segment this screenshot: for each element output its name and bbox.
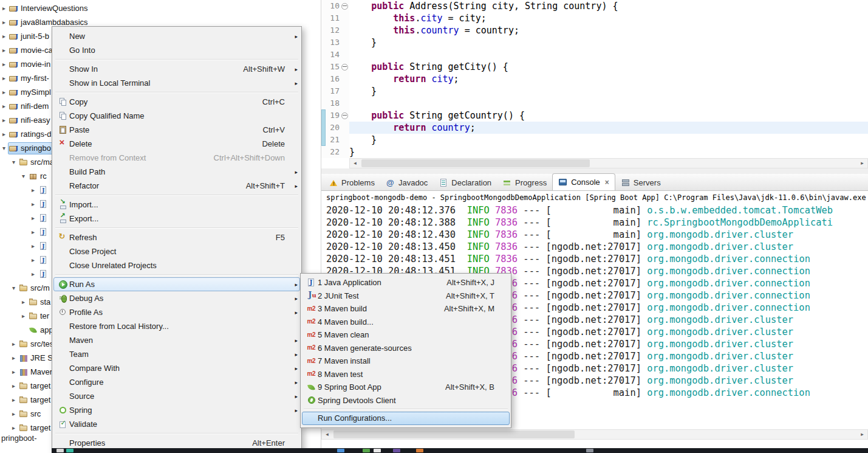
tree-collapsed-arrow-icon[interactable]: ▸: [19, 299, 27, 305]
tree-expanded-arrow-icon[interactable]: ▾: [10, 285, 18, 291]
menu-item-source[interactable]: Source▸: [53, 389, 300, 403]
menu-item-1-java-application[interactable]: 1 Java ApplicationAlt+Shift+X, J: [302, 276, 510, 289]
tree-collapsed-arrow-icon[interactable]: ▸: [29, 257, 37, 263]
menu-item-build-path[interactable]: Build Path▸: [53, 165, 300, 179]
tree-collapsed-arrow-icon[interactable]: ▸: [10, 410, 18, 417]
tree-collapsed-arrow-icon[interactable]: ▸: [29, 187, 37, 193]
code-line-17[interactable]: 17 }: [321, 85, 868, 97]
menu-item-maven[interactable]: Maven▸: [53, 333, 300, 347]
menu-item-copy[interactable]: CopyCtrl+C: [53, 95, 300, 109]
tree-collapsed-arrow-icon[interactable]: ▸: [0, 5, 8, 12]
menu-item-debug-as[interactable]: Debug As▸: [53, 291, 300, 305]
scroll-left-arrow-icon[interactable]: ◂: [350, 159, 360, 168]
menu-item-9-spring-boot-app[interactable]: 9 Spring Boot AppAlt+Shift+X, B: [302, 381, 510, 394]
console-horizontal-scrollbar[interactable]: ◂ ▸: [321, 429, 868, 440]
menu-item-delete[interactable]: DeleteDelete: [53, 137, 300, 151]
taskbar-icon[interactable]: [56, 449, 64, 452]
menu-item-refresh[interactable]: RefreshF5: [53, 230, 300, 244]
tree-collapsed-arrow-icon[interactable]: ▸: [10, 424, 18, 431]
scroll-left-arrow-icon[interactable]: ◂: [322, 430, 332, 439]
menu-item-6-maven-generate-sources[interactable]: 6 Maven generate-sources: [302, 342, 510, 355]
menu-item-run-configurations[interactable]: Run Configurations...: [302, 412, 510, 425]
code-line-20[interactable]: 20 return country;: [321, 122, 868, 134]
tab-servers[interactable]: Servers: [615, 175, 666, 190]
fold-minus-icon[interactable]: [341, 64, 348, 71]
code-line-19[interactable]: 19 public String getCountry() {: [321, 109, 868, 122]
menu-item-restore-from-local-history[interactable]: Restore from Local History...: [53, 319, 300, 333]
taskbar-icon[interactable]: [374, 449, 381, 452]
taskbar-icon[interactable]: [393, 449, 400, 452]
menu-item-import[interactable]: Import...: [53, 198, 300, 212]
taskbar-icon[interactable]: [337, 449, 344, 452]
code-editor[interactable]: 10 public Address(String city, String co…: [321, 0, 868, 158]
taskbar-icon[interactable]: [66, 449, 73, 452]
scroll-right-arrow-icon[interactable]: ▸: [857, 159, 867, 168]
menu-item-new[interactable]: New▸: [53, 29, 300, 43]
console-scrollbar-track[interactable]: [332, 430, 857, 439]
taskbar-icon[interactable]: [416, 449, 423, 452]
code-line-21[interactable]: 21 }: [321, 134, 868, 146]
menu-item-show-in-local-terminal[interactable]: Show in Local Terminal▸: [53, 76, 300, 90]
tree-collapsed-arrow-icon[interactable]: ▸: [10, 354, 18, 361]
menu-item-profile-as[interactable]: Profile As▸: [53, 305, 300, 319]
tree-expanded-arrow-icon[interactable]: ▾: [19, 173, 27, 179]
tree-collapsed-arrow-icon[interactable]: ▸: [0, 47, 8, 54]
menu-item-refactor[interactable]: RefactorAlt+Shift+T▸: [53, 179, 300, 193]
tab-declaration[interactable]: Declaration: [433, 175, 497, 190]
menu-item-export[interactable]: Export...: [53, 212, 300, 226]
tree-collapsed-arrow-icon[interactable]: ▸: [19, 313, 27, 319]
menu-item-spring-devtools-client[interactable]: Spring Devtools Client: [302, 394, 510, 407]
menu-item-paste[interactable]: PasteCtrl+V: [53, 123, 300, 137]
tree-collapsed-arrow-icon[interactable]: ▸: [29, 271, 37, 277]
tree-item-interviewquestions[interactable]: ▸InterviewQuestions: [0, 1, 321, 15]
windows-taskbar[interactable]: [52, 448, 868, 453]
fold-minus-icon[interactable]: [341, 3, 348, 10]
tree-collapsed-arrow-icon[interactable]: ▸: [0, 89, 8, 95]
menu-item-8-maven-test[interactable]: 8 Maven test: [302, 368, 510, 381]
taskbar-icon[interactable]: [586, 449, 593, 452]
tree-collapsed-arrow-icon[interactable]: ▸: [0, 103, 8, 109]
tree-collapsed-arrow-icon[interactable]: ▸: [29, 243, 37, 249]
editor-horizontal-scrollbar[interactable]: ◂ ▸: [349, 158, 868, 168]
menu-item-compare-with[interactable]: Compare With▸: [53, 361, 300, 375]
editor-scrollbar-thumb[interactable]: [361, 159, 590, 167]
tab-javadoc[interactable]: Javadoc: [380, 175, 433, 190]
code-line-16[interactable]: 16 return city;: [321, 73, 868, 85]
menu-item-3-maven-build[interactable]: 3 Maven buildAlt+Shift+X, M: [302, 302, 510, 316]
tab-progress[interactable]: Progress: [497, 175, 552, 190]
menu-item-5-maven-clean[interactable]: 5 Maven clean: [302, 328, 510, 342]
tree-collapsed-arrow-icon[interactable]: ▸: [10, 382, 18, 389]
code-line-10[interactable]: 10 public Address(String city, String co…: [321, 0, 868, 12]
menu-item-close-project[interactable]: Close Project: [53, 244, 300, 258]
menu-item-close-unrelated-projects[interactable]: Close Unrelated Projects: [53, 258, 300, 272]
menu-item-show-in[interactable]: Show InAlt+Shift+W▸: [53, 62, 300, 76]
menu-item-7-maven-install[interactable]: 7 Maven install: [302, 354, 510, 368]
menu-item-run-as[interactable]: Run As▸: [53, 277, 300, 291]
tree-expanded-arrow-icon[interactable]: ▾: [0, 145, 8, 151]
menu-item-validate[interactable]: Validate: [53, 417, 300, 431]
tree-collapsed-arrow-icon[interactable]: ▸: [10, 396, 18, 403]
menu-item-2-junit-test[interactable]: 2 JUnit TestAlt+Shift+X, T: [302, 289, 510, 303]
code-line-15[interactable]: 15 public String getCity() {: [321, 61, 868, 73]
tree-collapsed-arrow-icon[interactable]: ▸: [29, 215, 37, 221]
menu-item-spring[interactable]: Spring▸: [53, 403, 300, 417]
code-line-11[interactable]: 11 this.city = city;: [321, 12, 868, 24]
tab-problems[interactable]: Problems: [323, 175, 380, 190]
tree-collapsed-arrow-icon[interactable]: ▸: [0, 131, 8, 137]
tree-collapsed-arrow-icon[interactable]: ▸: [10, 341, 18, 347]
tree-collapsed-arrow-icon[interactable]: ▸: [0, 75, 8, 81]
code-line-14[interactable]: 14: [321, 49, 868, 61]
tab-close-icon[interactable]: ×: [605, 178, 609, 187]
tree-collapsed-arrow-icon[interactable]: ▸: [10, 368, 18, 375]
taskbar-icon[interactable]: [363, 449, 370, 452]
editor-scrollbar-track[interactable]: [360, 159, 857, 168]
console-scrollbar-thumb[interactable]: [333, 431, 575, 438]
fold-minus-icon[interactable]: [341, 112, 348, 119]
tree-collapsed-arrow-icon[interactable]: ▸: [0, 19, 8, 26]
code-line-22[interactable]: 22}: [321, 146, 868, 158]
tree-collapsed-arrow-icon[interactable]: ▸: [0, 61, 8, 67]
tab-console[interactable]: Console×: [552, 173, 615, 190]
menu-item-go-into[interactable]: Go Into: [53, 43, 300, 57]
code-line-18[interactable]: 18: [321, 97, 868, 109]
tree-collapsed-arrow-icon[interactable]: ▸: [29, 229, 37, 235]
